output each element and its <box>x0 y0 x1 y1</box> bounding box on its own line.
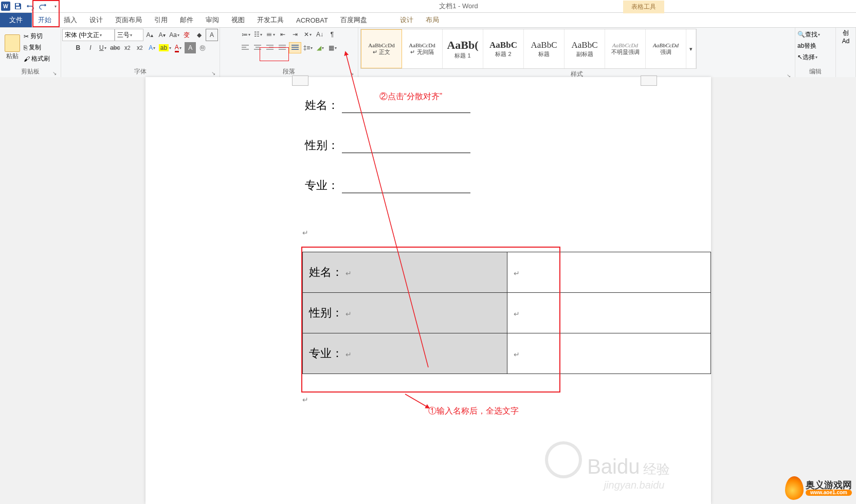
style-subtle-em[interactable]: AaBbCcDd不明显强调 <box>605 29 646 68</box>
numbering-button[interactable]: ☷▾ <box>252 29 264 40</box>
sort-button[interactable]: A↓ <box>314 29 325 40</box>
tab-design[interactable]: 设计 <box>83 13 109 27</box>
format-painter-button[interactable]: 🖌 格式刷 <box>24 53 50 65</box>
increase-indent-button[interactable]: ⇥ <box>289 29 301 40</box>
change-case-button[interactable]: Aa▾ <box>169 29 180 41</box>
style-heading2[interactable]: AaBbC标题 2 <box>483 29 524 68</box>
clear-formatting-button[interactable]: ◆ <box>193 29 205 41</box>
italic-button[interactable]: I <box>85 42 96 53</box>
document-area[interactable]: 姓名： 性别： 专业： ↵ 姓名： ↵↵ 性别： ↵↵ 专业： ↵↵ ↵ ②点击… <box>0 77 856 504</box>
clipboard-group-label: 剪贴板 <box>21 68 40 75</box>
style-subtitle[interactable]: AaBbC副标题 <box>564 29 605 68</box>
shading-button[interactable]: ◢▾ <box>315 42 326 53</box>
extra-label-1: 创 <box>843 29 849 38</box>
annotation-text-1: ①输入名称后，全选文字 <box>428 406 519 417</box>
font-size-combo[interactable]: 三号▾ <box>115 29 143 41</box>
cut-button[interactable]: ✂ 剪切 <box>24 31 50 42</box>
find-button[interactable]: 🔍查找▾ <box>797 29 820 40</box>
title-text-container: 文档1 - Word 表格工具 <box>61 2 856 11</box>
show-marks-button[interactable]: ¶ <box>326 29 338 40</box>
tab-page-layout[interactable]: 页面布局 <box>109 13 148 27</box>
styles-gallery[interactable]: AaBbCcDd↵ 正文 AaBbCcDd↵ 无间隔 AaBb(标题 1 AaB… <box>360 29 697 69</box>
shrink-font-button[interactable]: A▾ <box>156 29 168 41</box>
tab-view[interactable]: 视图 <box>225 13 251 27</box>
watermark-url: jingyan.baidu <box>604 479 665 491</box>
eraser-icon: ◆ <box>197 31 202 39</box>
field-label-name: 姓名： <box>305 98 339 113</box>
save-icon <box>14 2 22 10</box>
site-url: www.aoe1.com <box>806 490 852 496</box>
style-title[interactable]: AaBbC标题 <box>524 29 564 68</box>
qat-customize-button[interactable]: ▾ <box>49 1 61 11</box>
replace-button[interactable]: ab替换 <box>797 40 816 51</box>
tab-mail[interactable]: 邮件 <box>174 13 199 27</box>
undo-icon <box>26 2 34 10</box>
align-left-button[interactable] <box>240 43 251 53</box>
grow-font-button[interactable]: A▴ <box>144 29 155 41</box>
cut-label: 剪切 <box>30 32 43 41</box>
field-underline <box>342 101 470 113</box>
align-center-button[interactable] <box>252 43 263 53</box>
tab-table-design[interactable]: 设计 <box>394 13 420 27</box>
highlight-color-button[interactable]: ab▾ <box>159 42 171 53</box>
field-label-gender: 性别： <box>305 138 339 153</box>
font-color-button[interactable]: A▾ <box>172 42 184 53</box>
line-spacing-button[interactable]: ‡≡▾ <box>302 42 314 53</box>
tab-dev[interactable]: 开发工具 <box>251 13 290 27</box>
paragraph-dialog-launcher[interactable]: ↘ <box>349 70 355 76</box>
align-right-button[interactable] <box>264 43 276 53</box>
select-button[interactable]: ↖选择▾ <box>797 51 817 63</box>
superscript-button[interactable]: x2 <box>134 42 145 53</box>
tab-file[interactable]: 文件 <box>0 13 32 27</box>
group-editing: 🔍查找▾ ab替换 ↖选择▾ 编辑 <box>795 28 836 77</box>
style-emphasis[interactable]: AaBbCcDd强调 <box>646 29 686 68</box>
table-cell: 姓名： ↵ <box>302 252 507 293</box>
doc-table[interactable]: 姓名： ↵↵ 性别： ↵↵ 专业： ↵↵ <box>302 252 711 374</box>
table-cell: 性别： ↵ <box>302 293 507 333</box>
tab-acrobat[interactable]: ACROBAT <box>290 13 334 27</box>
tab-home[interactable]: 开始 <box>32 13 58 27</box>
tab-insert[interactable]: 插入 <box>58 13 83 27</box>
tab-references[interactable]: 引用 <box>148 13 174 27</box>
char-border-button[interactable]: A <box>206 29 218 41</box>
subscript-button[interactable]: x2 <box>122 42 133 53</box>
styles-group-label: 样式 <box>571 70 583 78</box>
editing-group-label: 编辑 <box>797 66 833 77</box>
undo-button[interactable] <box>24 1 37 11</box>
save-button[interactable] <box>12 1 24 11</box>
char-shading-button[interactable]: A <box>185 42 196 53</box>
phonetic-guide-button[interactable]: 变 <box>181 29 192 41</box>
style-normal[interactable]: AaBbCcDd↵ 正文 <box>361 29 402 68</box>
text-effects-button[interactable]: A▾ <box>147 42 158 53</box>
asian-layout-button[interactable]: ✕▾ <box>302 29 313 40</box>
strikethrough-button[interactable]: abc <box>110 42 121 53</box>
font-dialog-launcher[interactable]: ↘ <box>210 70 216 76</box>
multilevel-list-button[interactable]: ⩸▾ <box>265 29 276 40</box>
paragraph-mark: ↵ <box>302 396 308 404</box>
copy-button[interactable]: ⎘ 复制 <box>24 42 50 53</box>
word-icon: W <box>1 2 10 11</box>
tab-review[interactable]: 审阅 <box>199 13 225 27</box>
style-no-spacing[interactable]: AaBbCcDd↵ 无间隔 <box>402 29 443 68</box>
redo-button[interactable] <box>37 1 49 11</box>
align-distributed-button[interactable] <box>289 42 301 53</box>
paragraph-mark: ↵ <box>302 229 308 237</box>
style-heading1[interactable]: AaBb(标题 1 <box>443 29 483 68</box>
bullets-button[interactable]: ≔▾ <box>240 29 251 40</box>
borders-button[interactable]: ▦▾ <box>327 42 338 53</box>
styles-more-button[interactable]: ▾ <box>686 29 696 68</box>
cursor-icon: ↖ <box>797 53 803 61</box>
field-underline <box>342 181 470 193</box>
font-name-combo[interactable]: 宋体 (中文正▾ <box>62 29 115 41</box>
group-paragraph: ≔▾ ☷▾ ⩸▾ ⇤ ⇥ ✕▾ A↓ ¶ ‡≡▾ ◢▾ ▦▾ 段落↘ <box>220 28 358 77</box>
scissors-icon: ✂ <box>24 33 29 40</box>
paste-button[interactable]: 粘贴 <box>2 34 23 61</box>
clipboard-dialog-launcher[interactable]: ↘ <box>51 70 58 76</box>
enclose-char-button[interactable]: ㊞ <box>197 42 208 53</box>
align-justify-button[interactable] <box>277 43 288 53</box>
tab-baidu[interactable]: 百度网盘 <box>334 13 373 27</box>
tab-table-layout[interactable]: 布局 <box>420 13 445 27</box>
bold-button[interactable]: B <box>72 42 84 53</box>
underline-button[interactable]: U▾ <box>97 42 108 53</box>
decrease-indent-button[interactable]: ⇤ <box>277 29 288 40</box>
